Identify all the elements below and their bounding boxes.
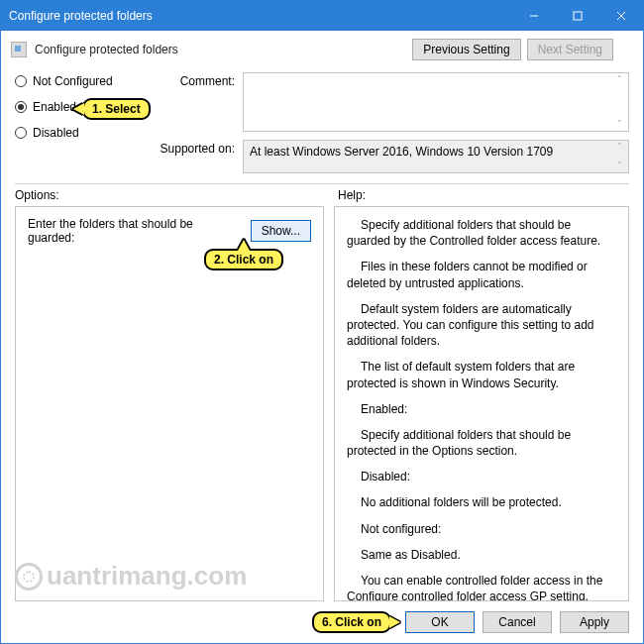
supported-label: Supported on: xyxy=(156,140,235,156)
minimize-button[interactable] xyxy=(512,1,556,31)
help-text: Specify additional folders that should b… xyxy=(347,217,616,249)
gpo-editor-window: Configure protected folders Configure pr… xyxy=(0,0,644,644)
radio-label: Enabled xyxy=(33,100,76,114)
help-text: Specify additional folders that should b… xyxy=(347,427,616,459)
callout-click-show: 2. Click on xyxy=(204,249,283,270)
supported-row: Supported on: At least Windows Server 20… xyxy=(156,140,629,173)
window-title: Configure protected folders xyxy=(9,9,512,23)
help-text: You can enable controlled folder access … xyxy=(347,573,616,601)
help-heading: Help: xyxy=(338,188,629,202)
scroll-icon: ˄˅ xyxy=(612,75,626,129)
help-text: Same as Disabled. xyxy=(347,547,616,563)
cancel-button[interactable]: Cancel xyxy=(483,611,552,633)
show-button[interactable]: Show... xyxy=(251,220,311,242)
lower-panes: Enter the folders that should be guarded… xyxy=(1,204,643,605)
scroll-icon: ˄˅ xyxy=(612,143,626,170)
options-heading: Options: xyxy=(15,188,322,202)
field-column: Comment: ˄˅ Supported on: At least Windo… xyxy=(156,72,629,173)
radio-dot xyxy=(15,127,27,139)
help-text: Disabled: xyxy=(347,469,616,484)
window-controls xyxy=(512,1,643,31)
guarded-folders-option: Enter the folders that should be guarded… xyxy=(28,217,311,245)
supported-on-box: At least Windows Server 2016, Windows 10… xyxy=(243,140,629,173)
help-text: Default system folders are automatically… xyxy=(347,301,616,350)
help-text: No additional folders will be protected. xyxy=(347,494,616,510)
supported-value: At least Windows Server 2016, Windows 10… xyxy=(250,145,553,159)
close-button[interactable] xyxy=(599,1,643,31)
previous-setting-button[interactable]: Previous Setting xyxy=(412,39,520,60)
radio-label: Not Configured xyxy=(33,74,113,88)
policy-icon xyxy=(11,42,27,57)
nav-buttons: Previous Setting Next Setting xyxy=(412,39,613,60)
svg-rect-1 xyxy=(574,12,582,20)
footer-bar: 6. Click on OK Cancel Apply xyxy=(1,605,643,643)
help-text: Not configured: xyxy=(347,521,616,537)
next-setting-button: Next Setting xyxy=(527,39,613,60)
apply-button[interactable]: Apply xyxy=(560,611,629,633)
radio-label: Disabled xyxy=(33,126,79,140)
radio-not-configured[interactable]: Not Configured xyxy=(15,74,144,88)
help-text: Enabled: xyxy=(347,401,616,417)
section-labels: Options: Help: xyxy=(1,184,643,204)
help-pane[interactable]: Specify additional folders that should b… xyxy=(334,206,629,601)
comment-row: Comment: ˄˅ xyxy=(156,72,629,132)
titlebar[interactable]: Configure protected folders xyxy=(1,1,643,31)
state-radios: Not Configured Enabled Disabled xyxy=(15,72,144,173)
options-pane: Enter the folders that should be guarded… xyxy=(15,206,324,601)
radio-dot-selected xyxy=(15,101,27,113)
help-text: Files in these folders cannot be modifie… xyxy=(347,259,616,290)
state-and-fields: Not Configured Enabled Disabled Comment:… xyxy=(1,66,643,177)
radio-disabled[interactable]: Disabled xyxy=(15,126,144,140)
ok-button[interactable]: OK xyxy=(405,611,475,633)
comment-label: Comment: xyxy=(156,72,235,88)
radio-dot xyxy=(15,75,27,87)
callout-select: 1. Select xyxy=(82,98,151,120)
policy-name: Configure protected folders xyxy=(35,43,404,56)
maximize-button[interactable] xyxy=(556,1,599,31)
header-row: Configure protected folders Previous Set… xyxy=(1,31,643,66)
callout-click-ok: 6. Click on xyxy=(312,611,391,633)
option-prompt: Enter the folders that should be guarded… xyxy=(28,217,243,245)
help-text: The list of default system folders that … xyxy=(347,359,616,390)
comment-textarea[interactable]: ˄˅ xyxy=(243,72,629,132)
